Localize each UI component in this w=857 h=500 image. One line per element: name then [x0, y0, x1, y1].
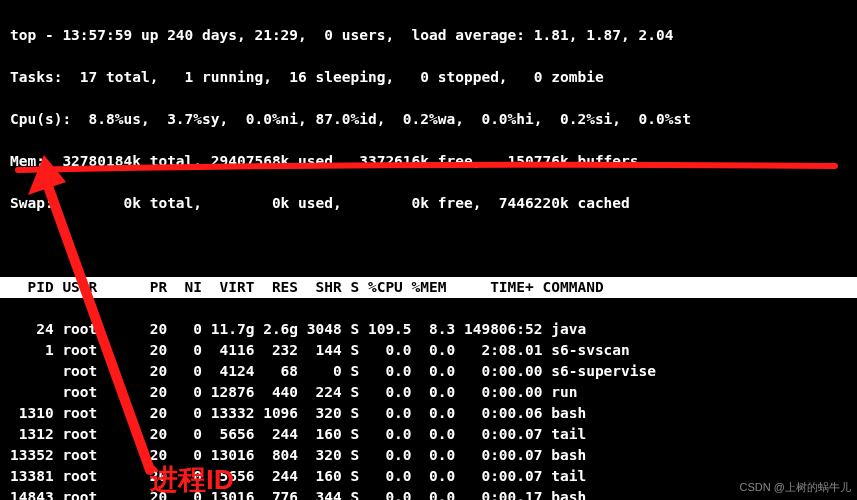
terminal-output: top - 13:57:59 up 240 days, 21:29, 0 use…	[0, 0, 857, 500]
summary-line-cpu: Cpu(s): 8.8%us, 3.7%sy, 0.0%ni, 87.0%id,…	[10, 109, 851, 130]
column-header-row: PID USER PR NI VIRT RES SHR S %CPU %MEM …	[0, 277, 857, 298]
process-row: 1 root 20 0 4116 232 144 S 0.0 0.0 2:08.…	[10, 340, 851, 361]
summary-line-swap: Swap: 0k total, 0k used, 0k free, 744622…	[10, 193, 851, 214]
process-row: 1312 root 20 0 5656 244 160 S 0.0 0.0 0:…	[10, 424, 851, 445]
watermark-text: CSDN @上树的蜗牛儿	[740, 480, 851, 496]
summary-line-uptime: top - 13:57:59 up 240 days, 21:29, 0 use…	[10, 25, 851, 46]
process-row: root 20 0 12876 440 224 S 0.0 0.0 0:00.0…	[10, 382, 851, 403]
process-row: 13381 root 20 0 5656 244 160 S 0.0 0.0 0…	[10, 466, 851, 487]
process-row: 14843 root 20 0 13016 776 344 S 0.0 0.0 …	[10, 487, 851, 500]
process-list: 24 root 20 0 11.7g 2.6g 3048 S 109.5 8.3…	[10, 319, 851, 500]
process-row: 1310 root 20 0 13332 1096 320 S 0.0 0.0 …	[10, 403, 851, 424]
process-row-highlighted: 24 root 20 0 11.7g 2.6g 3048 S 109.5 8.3…	[10, 319, 851, 340]
process-row: 13352 root 20 0 13016 804 320 S 0.0 0.0 …	[10, 445, 851, 466]
blank-line	[10, 235, 851, 256]
summary-line-mem: Mem: 32780184k total, 29407568k used, 33…	[10, 151, 851, 172]
process-row: root 20 0 4124 68 0 S 0.0 0.0 0:00.00 s6…	[10, 361, 851, 382]
annotation-label: 进程ID	[150, 460, 234, 500]
summary-line-tasks: Tasks: 17 total, 1 running, 16 sleeping,…	[10, 67, 851, 88]
